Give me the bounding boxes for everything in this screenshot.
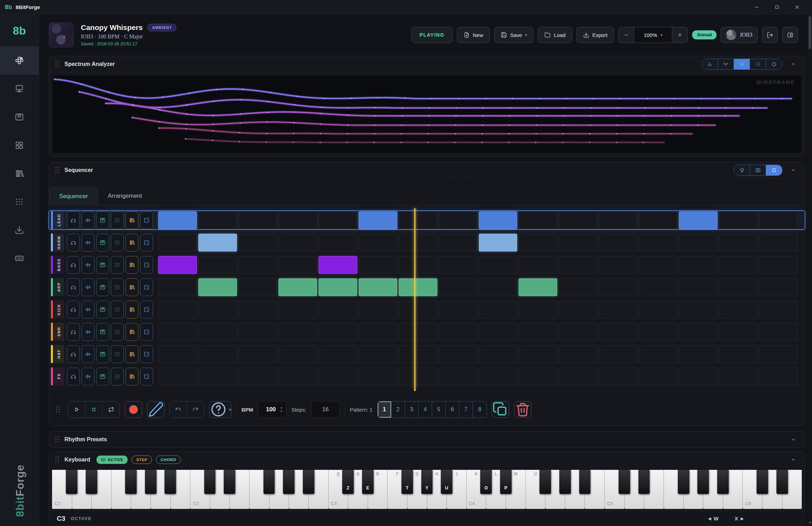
sidebar-item-5[interactable] — [0, 188, 39, 216]
play-button[interactable] — [68, 401, 85, 418]
step-cell-snr-11[interactable] — [559, 323, 597, 341]
pattern-button-3[interactable]: 3 — [405, 401, 419, 418]
sidebar-item-4[interactable] — [0, 159, 39, 188]
step-cell-hat-4[interactable] — [278, 345, 317, 363]
step-cell-harm-15[interactable] — [719, 234, 758, 251]
steps-input[interactable]: 16 — [311, 401, 340, 418]
spectrum-view-circle-icon[interactable] — [766, 59, 782, 69]
pattern-button-4[interactable]: 4 — [419, 401, 432, 418]
step-cell-kick-8[interactable] — [439, 301, 477, 318]
step-cell-hat-15[interactable] — [719, 345, 758, 363]
step-cell-kick-7[interactable] — [399, 301, 437, 318]
step-cell-harm-13[interactable] — [639, 234, 677, 251]
step-cell-kick-14[interactable] — [679, 301, 718, 318]
track-randomize-button[interactable] — [140, 278, 153, 296]
close-button[interactable] — [787, 0, 807, 15]
black-key-5[interactable] — [164, 470, 176, 494]
step-cell-bass-8[interactable] — [439, 256, 477, 274]
tab-sequencer[interactable]: Sequencer — [49, 187, 98, 205]
step-cell-lead-3[interactable] — [238, 211, 277, 229]
black-key-32[interactable] — [697, 470, 709, 494]
black-key-18[interactable]: Y — [421, 470, 433, 494]
pattern-button-1[interactable]: 1 — [378, 401, 391, 418]
track-solo-button[interactable] — [67, 256, 80, 274]
export-button[interactable]: Export — [576, 27, 614, 43]
track-randomize-button[interactable] — [140, 234, 153, 251]
step-cell-arp-5[interactable] — [319, 278, 357, 296]
step-cell-snr-14[interactable] — [679, 323, 718, 341]
track-steps-button[interactable] — [111, 234, 124, 251]
step-cell-snr-4[interactable] — [278, 323, 317, 341]
step-cell-snr-12[interactable] — [599, 323, 637, 341]
step-cell-fx-12[interactable] — [599, 368, 637, 385]
spectrum-view-orbit-icon[interactable] — [734, 59, 750, 69]
bpm-input[interactable]: 100 ▲▼ — [258, 401, 286, 418]
pattern-button-2[interactable]: 2 — [391, 401, 405, 418]
collapse-keyboard-button[interactable] — [787, 454, 799, 465]
logout-button[interactable] — [762, 27, 778, 43]
step-cell-hat-3[interactable] — [238, 345, 277, 363]
step-cell-arp-1[interactable] — [158, 278, 197, 296]
help-dropdown-button[interactable]: ▾ — [209, 401, 231, 418]
track-solo-button[interactable] — [67, 301, 80, 318]
track-solo-button[interactable] — [67, 278, 80, 296]
step-cell-arp-15[interactable] — [719, 278, 758, 296]
expand-rhythm-presets-button[interactable] — [787, 434, 799, 445]
step-cell-kick-10[interactable] — [519, 301, 557, 318]
black-key-17[interactable]: T — [401, 470, 413, 494]
step-cell-snr-9[interactable] — [479, 323, 518, 341]
black-key-12[interactable] — [303, 470, 314, 494]
track-mute-button[interactable] — [82, 301, 94, 318]
step-cell-kick-12[interactable] — [599, 301, 637, 318]
black-key-15[interactable]: E — [362, 470, 374, 494]
black-key-4[interactable] — [145, 470, 156, 494]
black-key-19[interactable]: U — [441, 470, 452, 494]
black-key-14[interactable]: Z — [342, 470, 354, 494]
step-cell-harm-16[interactable] — [759, 234, 798, 251]
sequencer-view-lightbulb-icon[interactable] — [734, 165, 750, 175]
track-piano-roll-button[interactable] — [96, 211, 109, 229]
drag-handle-icon[interactable] — [55, 60, 60, 68]
track-library-button[interactable] — [125, 278, 138, 296]
sidebar-item-1[interactable] — [0, 75, 39, 103]
track-solo-button[interactable] — [67, 345, 80, 363]
black-key-22[interactable]: P — [500, 470, 512, 494]
scrollbar-thumb[interactable] — [809, 16, 811, 49]
duplicate-pattern-button[interactable] — [492, 401, 509, 418]
step-cell-kick-13[interactable] — [639, 301, 677, 318]
collapse-sequencer-button[interactable] — [787, 165, 799, 175]
black-key-36[interactable] — [776, 470, 788, 494]
sidebar-item-6[interactable] — [0, 216, 39, 244]
track-solo-button[interactable] — [67, 211, 80, 229]
step-cell-kick-1[interactable] — [158, 301, 197, 318]
step-cell-bass-15[interactable] — [719, 256, 758, 274]
step-cell-lead-1[interactable] — [158, 211, 197, 229]
step-cell-fx-9[interactable] — [479, 368, 518, 385]
step-cell-lead-5[interactable] — [319, 211, 357, 229]
black-key-25[interactable] — [559, 470, 571, 494]
drag-handle-icon[interactable] — [55, 406, 60, 413]
step-cell-bass-13[interactable] — [639, 256, 677, 274]
step-cell-hat-6[interactable] — [359, 345, 397, 363]
zoom-level-dropdown[interactable]: 100% ▾ — [634, 27, 672, 43]
step-cell-harm-2[interactable] — [198, 234, 237, 251]
step-cell-harm-3[interactable] — [238, 234, 277, 251]
playing-status-button[interactable]: PLAYING — [412, 27, 453, 43]
pattern-button-6[interactable]: 6 — [446, 401, 459, 418]
track-label-bass[interactable]: BASS — [54, 256, 64, 274]
step-cell-kick-2[interactable] — [198, 301, 237, 318]
black-key-33[interactable] — [717, 470, 729, 494]
step-cell-hat-11[interactable] — [559, 345, 597, 363]
sidebar-item-7[interactable] — [0, 244, 39, 272]
track-mute-button[interactable] — [82, 234, 94, 251]
track-solo-button[interactable] — [67, 323, 80, 341]
black-key-31[interactable] — [678, 470, 689, 494]
step-cell-lead-15[interactable] — [719, 211, 758, 229]
step-cell-fx-11[interactable] — [559, 368, 597, 385]
step-cell-fx-13[interactable] — [639, 368, 677, 385]
black-key-8[interactable] — [224, 470, 235, 494]
step-cell-bass-3[interactable] — [238, 256, 277, 274]
step-cell-fx-8[interactable] — [439, 368, 477, 385]
step-cell-bass-1[interactable] — [158, 256, 197, 274]
track-label-fx[interactable]: FX — [54, 367, 64, 385]
